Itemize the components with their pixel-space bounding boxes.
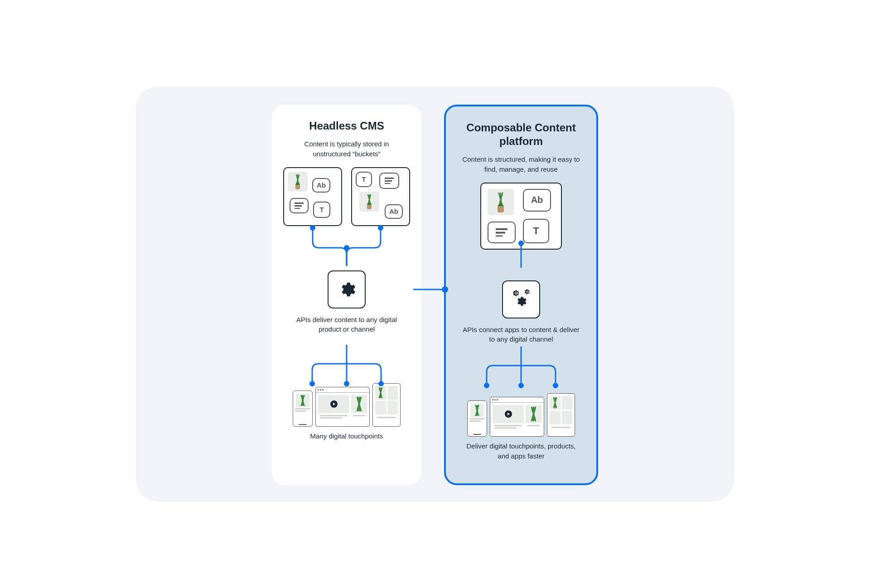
touchpoints-group <box>283 381 411 427</box>
headless-desc-top: Content is typically stored in unstructu… <box>283 139 411 159</box>
headless-desc-mid: APIs deliver content to any digital prod… <box>283 315 411 335</box>
text-t-icon: T <box>313 202 330 218</box>
phone-icon <box>467 400 487 437</box>
text-t-icon: T <box>523 219 549 243</box>
bucket-box: Ab T <box>283 167 342 226</box>
touchpoints-group-r <box>457 391 585 437</box>
tablet-icon <box>372 383 401 427</box>
composable-desc-mid: APIs connect apps to content & deliver t… <box>457 325 585 345</box>
paragraph-icon <box>379 173 399 189</box>
api-gear-box <box>328 270 366 308</box>
headless-desc-bottom: Many digital touchpoints <box>283 431 411 441</box>
text-ab-icon: Ab <box>523 189 551 212</box>
api-gears-box <box>502 280 540 318</box>
headless-title: Headless CMS <box>283 119 411 133</box>
multi-gear-icon <box>508 288 534 311</box>
browser-icon <box>315 387 370 427</box>
svg-point-0 <box>310 225 315 231</box>
gear-icon <box>338 280 356 299</box>
plant-image-icon <box>359 192 379 212</box>
tablet-icon <box>547 393 575 437</box>
text-t-icon: T <box>356 172 372 187</box>
diagram-canvas: Headless CMS Content is typically stored… <box>136 87 734 501</box>
text-ab-icon: Ab <box>385 204 403 219</box>
browser-icon <box>490 397 544 437</box>
composable-desc-top: Content is structured, making it easy to… <box>457 154 585 174</box>
svg-point-1 <box>378 225 383 231</box>
paragraph-icon <box>290 198 309 213</box>
plant-image-icon <box>288 172 308 192</box>
bucket-box: T Ab <box>351 167 410 226</box>
composable-title: Composable Content platform <box>457 121 585 148</box>
paragraph-icon <box>488 222 516 243</box>
composable-desc-bottom: Deliver digital touchpoints, products, a… <box>457 441 585 461</box>
plant-image-icon <box>488 189 514 215</box>
phone-icon <box>293 390 313 427</box>
bucket-row: Ab T T Ab <box>283 167 411 226</box>
structured-content-box: Ab T <box>480 183 562 250</box>
text-ab-icon: Ab <box>312 178 330 193</box>
headless-cms-panel: Headless CMS Content is typically stored… <box>272 105 421 485</box>
composable-panel: Composable Content platform Content is s… <box>444 105 598 485</box>
